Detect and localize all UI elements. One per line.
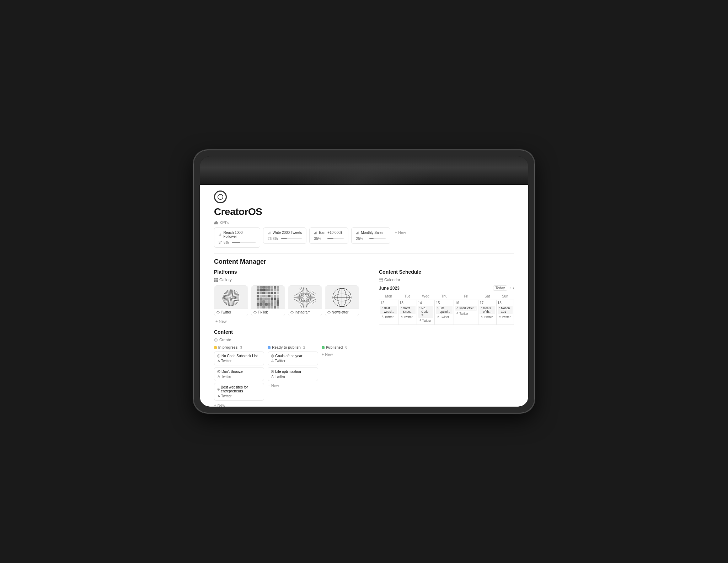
gallery-card-label: Newsletter — [325, 309, 359, 316]
calendar-cell[interactable]: 17 Goals of th... Twitter — [478, 300, 496, 325]
svg-rect-34 — [259, 300, 262, 303]
svg-rect-54 — [268, 289, 271, 291]
svg-rect-68 — [271, 306, 273, 309]
schedule-month: June 2023 — [379, 286, 400, 291]
content-view-text: Create — [219, 338, 231, 342]
svg-rect-13 — [316, 231, 317, 234]
kanban-card-title: Don't Snooze — [217, 370, 261, 374]
calendar-cell[interactable]: 15 Life optimi... Twitter — [435, 300, 454, 325]
today-btn[interactable]: Today — [493, 285, 508, 291]
calendar-cell[interactable]: 18 Notion 101 Twitter — [496, 300, 514, 325]
svg-rect-32 — [259, 295, 262, 297]
svg-rect-7 — [221, 234, 221, 236]
kpi-percent: 26.8% — [268, 237, 279, 241]
kanban-card[interactable]: Don't Snooze Twitter — [214, 367, 264, 381]
gallery-card-label: Instagram — [288, 309, 322, 316]
calendar-cell[interactable]: 16 Productivit... Twitter — [454, 300, 478, 325]
cal-date: 18 — [498, 301, 513, 305]
gallery-card[interactable]: TikTok — [251, 285, 285, 316]
progress-bar-fill — [232, 242, 240, 243]
gallery-card[interactable]: Twitter — [214, 285, 248, 316]
notion-page[interactable]: CreatorOS KPI's Reach 1000 Follower 34.5… — [200, 185, 528, 407]
add-content-btn[interactable]: + New — [268, 383, 318, 388]
kanban-card[interactable]: No Code Substack List Twitter — [214, 352, 264, 365]
svg-rect-10 — [270, 231, 271, 234]
svg-rect-35 — [259, 303, 262, 306]
svg-rect-17 — [214, 278, 216, 280]
schedule-view-text: Calendar — [384, 278, 400, 282]
svg-rect-83 — [277, 303, 279, 306]
prev-btn[interactable]: ‹ — [509, 286, 510, 290]
progress-bar-bg — [369, 238, 386, 239]
calendar-head: MonTueWedThuFriSatSun — [379, 294, 514, 300]
svg-rect-33 — [259, 297, 262, 300]
svg-rect-58 — [268, 300, 271, 303]
calendar-cell[interactable]: 12 Best websi... Twitter — [379, 300, 398, 325]
progress-bar-fill — [327, 238, 333, 239]
svg-rect-74 — [274, 300, 276, 303]
kanban-card-tag: Twitter — [217, 359, 261, 363]
progress-bar-fill — [369, 238, 374, 239]
kanban-col-published: Published 0 + New — [322, 345, 372, 407]
platforms-view-text: Gallery — [219, 278, 232, 282]
svg-rect-4 — [217, 222, 218, 224]
svg-rect-24 — [257, 295, 259, 297]
svg-rect-51 — [265, 303, 268, 306]
kpi-progress-row: 34.5% — [219, 241, 256, 245]
svg-rect-55 — [268, 292, 271, 294]
svg-rect-20 — [216, 280, 218, 282]
svg-point-138 — [272, 355, 273, 356]
kpi-card-title: Earn +10.000$ — [314, 231, 344, 235]
status-dot — [322, 346, 325, 349]
cal-event-tag: Twitter — [480, 315, 495, 320]
page-icon — [214, 191, 227, 203]
calendar-body: 12 Best websi... Twitter 13 Don't Snoo..… — [379, 300, 514, 325]
cal-event-tag: Twitter — [455, 311, 477, 316]
svg-rect-16 — [358, 231, 359, 234]
add-kpi-button[interactable]: + New — [393, 227, 407, 237]
calendar-cell[interactable]: 14 No Code S... Twitter — [417, 300, 434, 325]
svg-rect-8 — [268, 233, 269, 234]
svg-rect-29 — [259, 286, 262, 289]
kanban-card[interactable]: Best websites for entrepreneurs Twitter — [214, 383, 264, 401]
svg-rect-143 — [379, 278, 383, 282]
svg-rect-14 — [356, 233, 357, 234]
svg-rect-84 — [277, 306, 279, 309]
next-btn[interactable]: › — [513, 286, 514, 290]
svg-rect-70 — [274, 289, 276, 291]
calendar-day-header: Wed — [417, 294, 434, 300]
newsletter-icon — [325, 286, 359, 309]
svg-rect-50 — [265, 300, 268, 303]
add-platform-button[interactable]: + New — [214, 319, 228, 323]
kpi-card: Monthly Sales 25% — [351, 227, 390, 244]
svg-rect-43 — [262, 303, 265, 306]
gallery-card[interactable]: Instagram — [288, 285, 322, 316]
svg-rect-63 — [271, 292, 273, 294]
svg-rect-78 — [277, 289, 279, 291]
svg-rect-49 — [265, 297, 268, 300]
calendar-cell[interactable]: 13 Don't Snoo... Twitter — [398, 300, 417, 325]
svg-rect-69 — [274, 286, 276, 289]
add-content-btn[interactable]: + New — [214, 402, 264, 407]
kanban-card[interactable]: Goals of the year Twitter — [268, 352, 318, 365]
svg-line-105 — [296, 294, 301, 296]
svg-rect-12 — [315, 232, 316, 234]
calendar-day-header: Sun — [496, 294, 514, 300]
cal-event-tag: Twitter — [436, 315, 453, 320]
add-content-btn[interactable]: + New — [322, 352, 372, 357]
svg-rect-44 — [262, 306, 265, 309]
status-dot — [268, 346, 271, 349]
svg-rect-47 — [265, 292, 268, 294]
calendar-grid: MonTueWedThuFriSatSun 12 Best websi... T… — [379, 294, 514, 325]
svg-rect-26 — [257, 300, 259, 303]
kpi-card-title: Reach 1000 Follower — [219, 231, 256, 238]
kanban-card-tag: Twitter — [271, 359, 315, 363]
cal-date: 16 — [455, 301, 477, 305]
kpis-label: KPI's — [214, 220, 514, 225]
gallery-card[interactable]: Newsletter — [325, 285, 359, 316]
svg-rect-62 — [271, 289, 273, 291]
platforms-title: Platforms — [214, 269, 372, 275]
kanban-card[interactable]: Life optimization Twitter — [268, 367, 318, 381]
kpi-card: Earn +10.000$ 35% — [309, 227, 348, 244]
kanban-col-ready: Ready to publish 2 Goals of the year Twi… — [268, 345, 318, 407]
